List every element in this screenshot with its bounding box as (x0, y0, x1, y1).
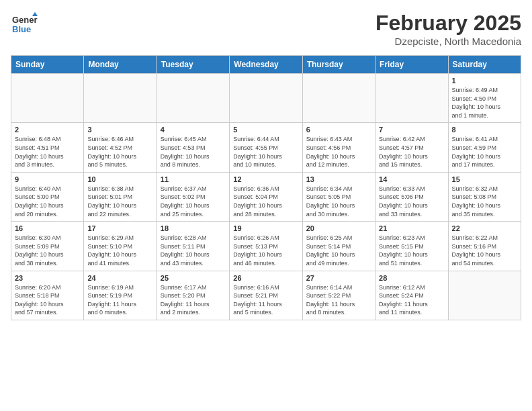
day-info: Sunrise: 6:43 AM Sunset: 4:56 PM Dayligh… (306, 135, 371, 169)
location-title: Dzepciste, North Macedonia (375, 36, 521, 47)
day-number: 12 (233, 175, 298, 183)
calendar-cell: 10Sunrise: 6:38 AM Sunset: 5:01 PM Dayli… (84, 172, 157, 221)
calendar-cell (157, 74, 229, 123)
svg-marker-2 (32, 12, 38, 16)
day-info: Sunrise: 6:29 AM Sunset: 5:10 PM Dayligh… (87, 234, 152, 267)
day-info: Sunrise: 6:44 AM Sunset: 4:55 PM Dayligh… (233, 135, 298, 169)
day-info: Sunrise: 6:30 AM Sunset: 5:09 PM Dayligh… (15, 234, 80, 267)
weekday-header-friday: Friday (375, 56, 448, 74)
calendar-cell (375, 74, 448, 123)
day-number: 23 (15, 274, 80, 282)
day-number: 28 (379, 274, 444, 282)
day-number: 25 (161, 274, 226, 282)
page-header: General Blue February 2025 Dzepciste, No… (11, 11, 521, 47)
weekday-header-monday: Monday (84, 56, 157, 74)
calendar-table: SundayMondayTuesdayWednesdayThursdayFrid… (11, 55, 521, 320)
month-title: February 2025 (375, 11, 521, 36)
day-info: Sunrise: 6:17 AM Sunset: 5:20 PM Dayligh… (161, 283, 226, 317)
day-number: 11 (161, 175, 226, 183)
calendar-cell (302, 74, 375, 123)
calendar-week-5: 23Sunrise: 6:20 AM Sunset: 5:18 PM Dayli… (11, 271, 521, 320)
logo: General Blue (11, 11, 38, 40)
calendar-cell: 21Sunrise: 6:23 AM Sunset: 5:15 PM Dayli… (375, 222, 448, 271)
calendar-cell: 24Sunrise: 6:19 AM Sunset: 5:19 PM Dayli… (84, 271, 157, 320)
day-number: 18 (161, 224, 226, 232)
day-info: Sunrise: 6:37 AM Sunset: 5:02 PM Dayligh… (161, 185, 226, 218)
day-info: Sunrise: 6:34 AM Sunset: 5:05 PM Dayligh… (306, 185, 371, 218)
calendar-week-1: 1Sunrise: 6:49 AM Sunset: 4:50 PM Daylig… (11, 74, 521, 123)
calendar-cell: 20Sunrise: 6:25 AM Sunset: 5:14 PM Dayli… (302, 222, 375, 271)
day-number: 9 (15, 175, 80, 183)
calendar-cell (448, 271, 521, 320)
day-number: 8 (452, 126, 517, 134)
day-number: 19 (233, 224, 298, 232)
calendar-cell: 11Sunrise: 6:37 AM Sunset: 5:02 PM Dayli… (157, 172, 229, 221)
weekday-header-tuesday: Tuesday (157, 56, 229, 74)
day-number: 4 (161, 126, 226, 134)
calendar-cell: 16Sunrise: 6:30 AM Sunset: 5:09 PM Dayli… (11, 222, 84, 271)
calendar-cell: 19Sunrise: 6:26 AM Sunset: 5:13 PM Dayli… (230, 222, 302, 271)
day-number: 20 (306, 224, 371, 232)
day-info: Sunrise: 6:28 AM Sunset: 5:11 PM Dayligh… (161, 234, 226, 267)
day-number: 6 (306, 126, 371, 134)
calendar-cell: 7Sunrise: 6:42 AM Sunset: 4:57 PM Daylig… (375, 123, 448, 172)
day-info: Sunrise: 6:20 AM Sunset: 5:18 PM Dayligh… (15, 283, 80, 317)
day-info: Sunrise: 6:48 AM Sunset: 4:51 PM Dayligh… (15, 135, 80, 169)
day-info: Sunrise: 6:33 AM Sunset: 5:06 PM Dayligh… (379, 185, 444, 218)
day-info: Sunrise: 6:23 AM Sunset: 5:15 PM Dayligh… (379, 234, 444, 267)
calendar-cell: 12Sunrise: 6:36 AM Sunset: 5:04 PM Dayli… (230, 172, 302, 221)
calendar-cell (11, 74, 84, 123)
day-info: Sunrise: 6:26 AM Sunset: 5:13 PM Dayligh… (233, 234, 298, 267)
calendar-cell (230, 74, 302, 123)
svg-text:General: General (12, 15, 38, 25)
weekday-header-wednesday: Wednesday (230, 56, 302, 74)
logo-graphic: General Blue (11, 11, 38, 40)
calendar-cell: 3Sunrise: 6:46 AM Sunset: 4:52 PM Daylig… (84, 123, 157, 172)
day-number: 3 (87, 126, 152, 134)
calendar-week-2: 2Sunrise: 6:48 AM Sunset: 4:51 PM Daylig… (11, 123, 521, 172)
day-info: Sunrise: 6:16 AM Sunset: 5:21 PM Dayligh… (233, 283, 298, 317)
calendar-cell: 26Sunrise: 6:16 AM Sunset: 5:21 PM Dayli… (230, 271, 302, 320)
day-info: Sunrise: 6:41 AM Sunset: 4:59 PM Dayligh… (452, 135, 517, 169)
calendar-cell: 22Sunrise: 6:22 AM Sunset: 5:16 PM Dayli… (448, 222, 521, 271)
calendar-cell: 9Sunrise: 6:40 AM Sunset: 5:00 PM Daylig… (11, 172, 84, 221)
day-info: Sunrise: 6:19 AM Sunset: 5:19 PM Dayligh… (87, 283, 152, 317)
calendar-week-3: 9Sunrise: 6:40 AM Sunset: 5:00 PM Daylig… (11, 172, 521, 221)
day-number: 22 (452, 224, 517, 232)
calendar-cell: 8Sunrise: 6:41 AM Sunset: 4:59 PM Daylig… (448, 123, 521, 172)
day-info: Sunrise: 6:32 AM Sunset: 5:08 PM Dayligh… (452, 185, 517, 218)
day-info: Sunrise: 6:25 AM Sunset: 5:14 PM Dayligh… (306, 234, 371, 267)
weekday-header-sunday: Sunday (11, 56, 84, 74)
day-number: 15 (452, 175, 517, 183)
calendar-week-4: 16Sunrise: 6:30 AM Sunset: 5:09 PM Dayli… (11, 222, 521, 271)
calendar-cell: 18Sunrise: 6:28 AM Sunset: 5:11 PM Dayli… (157, 222, 229, 271)
day-number: 2 (15, 126, 80, 134)
day-info: Sunrise: 6:49 AM Sunset: 4:50 PM Dayligh… (452, 86, 517, 120)
weekday-header-saturday: Saturday (448, 56, 521, 74)
day-number: 14 (379, 175, 444, 183)
day-number: 13 (306, 175, 371, 183)
day-number: 27 (306, 274, 371, 282)
day-info: Sunrise: 6:14 AM Sunset: 5:22 PM Dayligh… (306, 283, 371, 317)
day-number: 5 (233, 126, 298, 134)
day-info: Sunrise: 6:12 AM Sunset: 5:24 PM Dayligh… (379, 283, 444, 317)
weekday-header-thursday: Thursday (302, 56, 375, 74)
day-number: 7 (379, 126, 444, 134)
day-info: Sunrise: 6:22 AM Sunset: 5:16 PM Dayligh… (452, 234, 517, 267)
calendar-cell (84, 74, 157, 123)
day-number: 10 (87, 175, 152, 183)
calendar-cell: 27Sunrise: 6:14 AM Sunset: 5:22 PM Dayli… (302, 271, 375, 320)
day-info: Sunrise: 6:36 AM Sunset: 5:04 PM Dayligh… (233, 185, 298, 218)
day-number: 21 (379, 224, 444, 232)
calendar-cell: 15Sunrise: 6:32 AM Sunset: 5:08 PM Dayli… (448, 172, 521, 221)
day-info: Sunrise: 6:38 AM Sunset: 5:01 PM Dayligh… (87, 185, 152, 218)
day-number: 1 (452, 77, 517, 85)
svg-text:Blue: Blue (12, 24, 31, 34)
calendar-cell: 5Sunrise: 6:44 AM Sunset: 4:55 PM Daylig… (230, 123, 302, 172)
calendar-cell: 4Sunrise: 6:45 AM Sunset: 4:53 PM Daylig… (157, 123, 229, 172)
calendar-cell: 6Sunrise: 6:43 AM Sunset: 4:56 PM Daylig… (302, 123, 375, 172)
day-number: 16 (15, 224, 80, 232)
day-number: 24 (87, 274, 152, 282)
day-number: 26 (233, 274, 298, 282)
day-info: Sunrise: 6:40 AM Sunset: 5:00 PM Dayligh… (15, 185, 80, 218)
